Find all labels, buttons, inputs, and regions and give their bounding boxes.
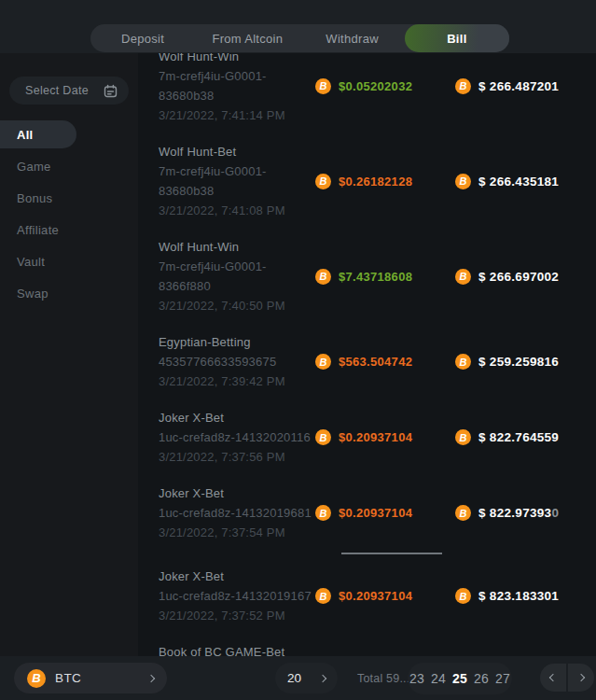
btc-icon: B [315, 174, 331, 189]
pagination: 2324252627 [408, 663, 512, 694]
transaction-amount-cell: B $0.05202032 [315, 78, 455, 94]
btc-icon: B [455, 174, 471, 189]
transaction-info: Joker X-Bet 1uc-crefad8z-14132020116 3/2… [138, 408, 315, 467]
main-content: Wolf Hunt-Win 7m-crefj4iu-G0001-83680b38… [138, 53, 596, 656]
transaction-amount: $0.26182128 [339, 175, 412, 189]
page-number-27[interactable]: 27 [495, 671, 510, 686]
transaction-balance-cell: B $ 259.259816 [455, 354, 596, 370]
btc-icon: B [315, 269, 331, 285]
page-number-24[interactable]: 24 [431, 671, 446, 686]
prev-page-button[interactable] [540, 664, 566, 692]
tab-deposit[interactable]: Deposit [90, 24, 195, 52]
transaction-row: Wolf Hunt-Bet 7m-crefj4iu-G0001-83680b38… [138, 135, 596, 227]
currency-selector[interactable]: B BTC [14, 663, 167, 693]
transaction-amount-cell: B $0.26182128 [315, 174, 455, 189]
transaction-title: Book of BC GAME-Bet [159, 642, 315, 656]
footer: B BTC 20 Total 59... 2324252627 [0, 656, 596, 700]
transaction-timestamp: 3/21/2022, 7:41:08 PM [159, 201, 315, 220]
transaction-balance-cell: B $ 823.183301 [455, 588, 596, 604]
transaction-info: Book of BC GAME-Bet [138, 642, 315, 656]
transaction-balance-cell: B $ 266.697002 [455, 269, 596, 285]
transaction-amount: $0.20937104 [339, 430, 412, 444]
transaction-balance: $ 823.183301 [478, 589, 559, 603]
transaction-id: 1uc-crefad8z-14132019167 [159, 586, 315, 606]
tab-bill[interactable]: Bill [405, 24, 509, 52]
select-date-label: Select Date [25, 84, 104, 97]
transaction-title: Wolf Hunt-Win [159, 237, 315, 257]
transaction-info: Joker X-Bet 1uc-crefad8z-14132019167 3/2… [138, 567, 315, 625]
transaction-balance: $ 259.259816 [478, 355, 559, 369]
transaction-id: 8366f880 [159, 276, 315, 296]
transaction-id: 1uc-crefad8z-14132020116 [159, 427, 315, 447]
transaction-id-block: 7m-crefj4iu-G0001-83680b38 [159, 161, 315, 201]
btc-icon: B [315, 78, 331, 94]
transaction-info: Wolf Hunt-Win 7m-crefj4iu-G0001-8366f880… [138, 237, 315, 315]
btc-icon: B [455, 269, 471, 285]
page-number-26[interactable]: 26 [474, 671, 489, 686]
btc-icon: B [455, 588, 471, 604]
transaction-title: Joker X-Bet [159, 567, 315, 586]
transaction-info: Wolf Hunt-Bet 7m-crefj4iu-G0001-83680b38… [138, 142, 315, 220]
transaction-amount-cell: B $563.504742 [315, 354, 455, 370]
tab-from-altcoin[interactable]: From Altcoin [195, 24, 299, 52]
sidebar-menu: AllGameBonusAffiliateVaultSwap [0, 120, 138, 311]
btc-icon: B [27, 669, 46, 688]
page-number-25[interactable]: 25 [452, 671, 467, 686]
transaction-id: 83680b38 [159, 181, 315, 201]
transaction-balance-cell: B $ 822.973930 [455, 505, 596, 521]
transaction-timestamp: 3/21/2022, 7:39:42 PM [159, 371, 315, 391]
transaction-balance: $ 266.435181 [478, 175, 559, 189]
sidebar-item-swap[interactable]: Swap [0, 279, 138, 307]
transaction-timestamp: 3/21/2022, 7:41:14 PM [159, 105, 315, 125]
transaction-id-block: 1uc-crefad8z-14132020116 [159, 427, 315, 447]
sidebar-item-all[interactable]: All [0, 120, 76, 148]
transaction-amount: $0.20937104 [339, 506, 412, 520]
next-page-button[interactable] [568, 664, 594, 692]
total-count-label: Total 59... [357, 656, 409, 700]
sidebar-item-bonus[interactable]: Bonus [0, 184, 138, 212]
btc-icon: B [315, 354, 331, 370]
tab-withdraw[interactable]: Withdraw [300, 24, 405, 52]
sidebar-item-vault[interactable]: Vault [0, 247, 138, 275]
transaction-timestamp: 3/21/2022, 7:40:50 PM [159, 296, 315, 315]
chevron-left-icon [549, 674, 557, 681]
select-date-button[interactable]: Select Date [9, 77, 129, 105]
transaction-amount-cell: B $7.43718608 [315, 269, 455, 285]
btc-icon: B [315, 429, 331, 445]
transaction-info: Joker X-Bet 1uc-crefad8z-14132019681 3/2… [138, 483, 315, 542]
transaction-id: 45357766633593675 [159, 352, 315, 371]
transaction-amount: $0.05202032 [339, 79, 412, 93]
btc-icon: B [455, 429, 471, 445]
page-size-selector[interactable]: 20 [275, 663, 338, 693]
transaction-title: Wolf Hunt-Win [159, 53, 315, 66]
transaction-title: Egyptian-Betting [159, 332, 315, 352]
transaction-id-block: 7m-crefj4iu-G0001-8366f880 [159, 257, 315, 296]
transaction-timestamp: 3/21/2022, 7:37:52 PM [159, 606, 315, 625]
transaction-amount-cell: B $0.20937104 [315, 505, 455, 521]
transaction-list[interactable]: Wolf Hunt-Win 7m-crefj4iu-G0001-83680b38… [138, 53, 596, 656]
transaction-row: Wolf Hunt-Win 7m-crefj4iu-G0001-83680b38… [138, 53, 596, 132]
transaction-amount: $563.504742 [339, 355, 412, 369]
header: DepositFrom AltcoinWithdrawBill [0, 0, 596, 53]
btc-icon: B [315, 505, 331, 521]
transaction-balance-cell: B $ 266.487201 [455, 78, 596, 94]
row-divider [341, 553, 442, 554]
transaction-row: Wolf Hunt-Win 7m-crefj4iu-G0001-8366f880… [138, 231, 596, 322]
bill-page: DepositFrom AltcoinWithdrawBill Select D… [0, 0, 596, 700]
sidebar-item-game[interactable]: Game [0, 152, 138, 180]
btc-icon: B [455, 78, 471, 94]
chevron-right-icon [147, 674, 155, 681]
transaction-id: 83680b38 [159, 86, 315, 105]
transaction-row: Joker X-Bet 1uc-crefad8z-14132019681 3/2… [138, 477, 596, 549]
chevron-right-icon [577, 674, 585, 681]
transaction-amount-cell: B $0.20937104 [315, 429, 455, 445]
transaction-row: Book of BC GAME-Bet B B [138, 636, 596, 656]
sidebar-item-affiliate[interactable]: Affiliate [0, 216, 138, 244]
transaction-balance-cell: B $ 822.764559 [455, 429, 596, 445]
transaction-timestamp: 3/21/2022, 7:37:56 PM [159, 447, 315, 467]
sidebar: Select Date AllGameBonusAffiliateVaultSw… [0, 53, 138, 656]
chevron-right-icon [319, 674, 326, 681]
page-number-23[interactable]: 23 [409, 671, 424, 686]
transaction-info: Wolf Hunt-Win 7m-crefj4iu-G0001-83680b38… [138, 53, 315, 125]
transaction-row: Joker X-Bet 1uc-crefad8z-14132019167 3/2… [138, 560, 596, 632]
